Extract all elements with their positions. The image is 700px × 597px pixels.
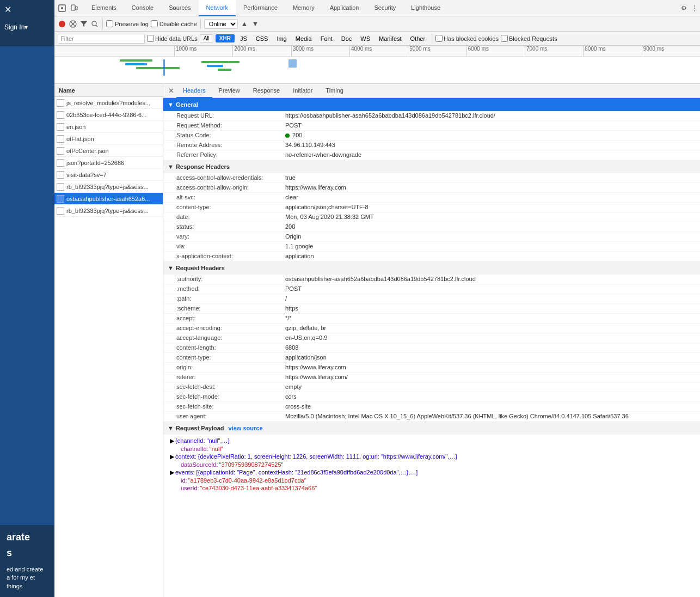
payload-context-row[interactable]: ▶ context: {devicePixelRatio: 1, screenH…	[163, 453, 700, 461]
close-detail-button[interactable]: ✕	[165, 84, 176, 98]
sign-in-button[interactable]: Sign In ▾	[0, 19, 54, 35]
list-item[interactable]: otPcCenter.json	[54, 145, 163, 157]
list-item[interactable]: otFlat.json	[54, 133, 163, 145]
tab-initiator[interactable]: Initiator	[286, 84, 319, 98]
file-name: en.json	[66, 124, 85, 130]
close-icon[interactable]: ✕	[0, 0, 54, 19]
tab-bar: Elements Console Sources Network Perform…	[54, 0, 700, 16]
filter-other-btn[interactable]: Other	[407, 34, 429, 43]
tab-headers[interactable]: Headers	[176, 84, 212, 98]
filter-font-btn[interactable]: Font	[317, 34, 336, 43]
general-section-header[interactable]: ▼ General	[163, 98, 700, 111]
filter-ws-btn[interactable]: WS	[357, 34, 373, 43]
sign-in-arrow: ▾	[24, 23, 28, 31]
tab-sources[interactable]: Sources	[161, 0, 198, 16]
search-button[interactable]	[90, 20, 99, 28]
request-payload-title: Request Payload	[176, 425, 224, 431]
referrer-policy-row: Referrer Policy: no-referrer-when-downgr…	[163, 150, 700, 160]
filter-js-btn[interactable]: JS	[237, 34, 250, 43]
preserve-log-checkbox[interactable]: Preserve log	[106, 20, 149, 27]
response-headers-content: access-control-allow-credentials: true a…	[163, 173, 700, 261]
tab-performance[interactable]: Performance	[236, 0, 285, 16]
response-header-row: content-type: application/json;charset=U…	[163, 203, 700, 212]
inspect-icon[interactable]	[57, 3, 67, 14]
view-source-link[interactable]: view source	[229, 425, 263, 431]
file-name: osbasahpublisher-asah652a6...	[66, 196, 150, 202]
blocked-requests-checkbox[interactable]: Blocked Requests	[501, 35, 557, 42]
filter-img-btn[interactable]: Img	[273, 34, 290, 43]
hide-data-urls-input[interactable]	[147, 35, 154, 42]
tab-preview[interactable]: Preview	[212, 84, 247, 98]
response-header-row: vary: Origin	[163, 232, 700, 242]
clear-button[interactable]	[69, 20, 77, 28]
tab-timing[interactable]: Timing	[319, 84, 350, 98]
response-header-row: alt-svc: clear	[163, 193, 700, 203]
list-item-selected[interactable]: osbasahpublisher-asah652a6...	[54, 193, 163, 205]
payload-events-row[interactable]: ▶ events: [{applicationId: "Page", conte…	[163, 468, 700, 477]
status-code-value: 200	[285, 132, 302, 138]
filter-icon[interactable]	[79, 20, 88, 28]
list-item[interactable]: visit-data?sv=7	[54, 169, 163, 181]
filter-doc-btn[interactable]: Doc	[338, 34, 355, 43]
svg-point-7	[92, 21, 96, 26]
blocked-requests-input[interactable]	[501, 35, 508, 42]
remote-address-value: 34.96.110.149:443	[285, 142, 335, 148]
record-button[interactable]	[58, 20, 66, 28]
toolbar-sep-2	[200, 19, 201, 29]
request-headers-toggle: ▼	[168, 265, 174, 271]
device-icon[interactable]	[69, 3, 79, 14]
response-headers-section[interactable]: ▼ Response Headers	[163, 160, 700, 173]
settings-icon[interactable]: ⚙	[678, 3, 689, 14]
list-item[interactable]: rb_bf92333pjq?type=js&sess...	[54, 205, 163, 217]
disable-cache-checkbox[interactable]: Disable cache	[151, 20, 197, 27]
list-item[interactable]: json?portalId=252686	[54, 157, 163, 169]
payload-expand-icon[interactable]: ▶	[170, 437, 174, 444]
payload-events-expand[interactable]: ▶	[170, 469, 174, 476]
preserve-log-input[interactable]	[106, 20, 113, 27]
payload-datasourceid-value: "370975939087274525"	[219, 461, 284, 468]
has-blocked-cookies-input[interactable]	[435, 35, 443, 42]
payload-context-value: context: {devicePixelRatio: 1, screenHei…	[175, 453, 457, 460]
tab-security[interactable]: Security	[366, 0, 403, 16]
payload-root-value: {channelId: "null",…}	[175, 437, 230, 444]
export-button[interactable]: ▼	[251, 20, 260, 28]
request-headers-section[interactable]: ▼ Request Headers	[163, 261, 700, 275]
filter-manifest-btn[interactable]: Manifest	[376, 34, 405, 43]
request-payload-section[interactable]: ▼ Request Payload view source	[163, 422, 700, 435]
tab-response[interactable]: Response	[247, 84, 287, 98]
request-method-label: Request Method:	[176, 122, 285, 129]
tab-elements[interactable]: Elements	[84, 0, 124, 16]
list-item[interactable]: js_resolve_modules?modules...	[54, 97, 163, 109]
hide-data-urls-checkbox[interactable]: Hide data URLs	[147, 35, 198, 42]
payload-id-value: "a1789eb3-c7d0-40aa-9942-e8a5d1bd7cda"	[188, 477, 306, 484]
main-panel: Name js_resolve_modules?modules... 02b65…	[54, 84, 700, 597]
filter-all-btn[interactable]: All	[200, 34, 213, 42]
more-icon[interactable]: ⋮	[689, 3, 700, 14]
tab-network[interactable]: Network	[199, 0, 236, 16]
list-item[interactable]: rb_bf92333pjq?type=js&sess...	[54, 181, 163, 193]
tab-lighthouse[interactable]: Lighthouse	[403, 0, 448, 16]
list-item[interactable]: en.json	[54, 121, 163, 133]
request-header-row: :authority: osbasahpublisher-asah652a6ba…	[163, 275, 700, 284]
disable-cache-input[interactable]	[151, 20, 158, 27]
tab-application[interactable]: Application	[322, 0, 367, 16]
tab-console[interactable]: Console	[124, 0, 161, 16]
filter-xhr-btn[interactable]: XHR	[216, 34, 235, 42]
filter-funnel-icon	[80, 20, 88, 28]
import-button[interactable]: ▲	[240, 20, 249, 28]
payload-channel-id-row: channelId: "null"	[163, 445, 700, 453]
tab-memory[interactable]: Memory	[285, 0, 322, 16]
timeline-ruler: 1000 ms 2000 ms 3000 ms 4000 ms 5000 ms …	[54, 46, 700, 57]
list-item[interactable]: 02b653ce-fced-444c-9286-6...	[54, 109, 163, 121]
filter-media-btn[interactable]: Media	[292, 34, 315, 43]
filter-input[interactable]	[58, 34, 145, 44]
request-header-row: sec-fetch-mode: cors	[163, 392, 700, 402]
name-list-header: Name	[54, 84, 163, 97]
throttle-dropdown[interactable]: Online	[204, 19, 238, 29]
has-blocked-cookies-checkbox[interactable]: Has blocked cookies	[435, 35, 499, 42]
payload-context-expand[interactable]: ▶	[170, 453, 174, 460]
payload-root-row[interactable]: ▶ {channelId: "null",…}	[163, 437, 700, 445]
filter-css-btn[interactable]: CSS	[253, 34, 272, 43]
request-headers-title: Request Headers	[176, 265, 225, 271]
status-code-label: Status Code:	[176, 132, 285, 138]
